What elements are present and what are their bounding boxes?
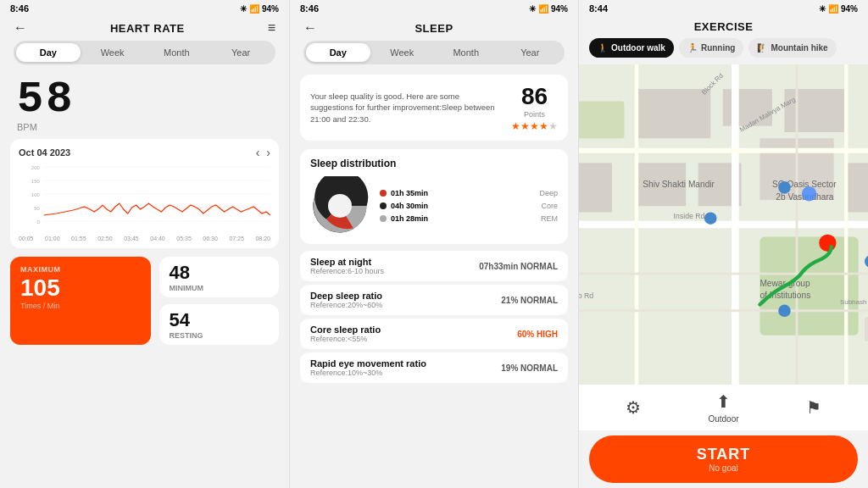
deep-dot: [380, 190, 387, 197]
battery-3: 94%: [841, 4, 858, 14]
svg-point-11: [328, 194, 352, 218]
signal-icon: 📶: [249, 4, 259, 14]
stats-row: MAXIMUM 105 Times / Min 48 MINIMUM 54 RE…: [0, 252, 289, 350]
rest-value: 54: [170, 309, 270, 331]
battery-1: 94%: [262, 4, 279, 14]
start-button[interactable]: START No goal: [589, 435, 858, 483]
sleep-pie-chart: [310, 176, 370, 236]
sleep-legend: 01h 35min Deep 04h 30min Core 01h 28min …: [380, 189, 558, 223]
period-tabs-2: Day Week Month Year: [303, 41, 565, 64]
settings-button[interactable]: ⚙: [626, 397, 641, 418]
chart-prev[interactable]: ‹: [256, 146, 260, 159]
svg-text:Sector 2b Rd: Sector 2b Rd: [579, 291, 593, 300]
flag-button[interactable]: ⚑: [806, 397, 821, 418]
min-value: 48: [170, 262, 270, 284]
period-tabs-1: Day Week Month Year: [14, 41, 275, 64]
sleep-quality-text: Your sleep quality is good. Here are som…: [310, 91, 501, 125]
sleep-dist-content: 01h 35min Deep 04h 30min Core 01h 28min …: [310, 176, 558, 236]
outdoor-button[interactable]: ⬆ Outdoor: [708, 391, 738, 424]
walk-icon: 🚶: [598, 43, 608, 53]
start-label: START: [599, 446, 848, 463]
svg-point-43: [802, 186, 816, 201]
svg-text:Shiv Shakti Mandir: Shiv Shakti Mandir: [643, 180, 715, 189]
tab-month-1[interactable]: Month: [145, 43, 209, 62]
tab-mountain-hike[interactable]: 🧗 Mountain hike: [748, 38, 836, 58]
svg-rect-14: [579, 102, 624, 139]
sleep-at-night-row: Sleep at night Reference:6-10 hours 07h3…: [300, 251, 568, 281]
bluetooth-icon-3: ✳: [819, 4, 826, 14]
svg-rect-18: [579, 163, 612, 212]
rem-ratio-row: Rapid eye movement ratio Reference:10%~3…: [300, 352, 568, 383]
svg-text:100: 100: [31, 192, 41, 197]
back-button-2[interactable]: ←: [303, 20, 317, 36]
sleep-panel: 8:46 ✳ 📶 94% ← SLEEP Day Week Month Year…: [289, 0, 578, 488]
time-3: 8:44: [589, 3, 608, 14]
hike-icon: 🧗: [757, 43, 767, 53]
page-title-3: EXERCISE: [694, 20, 754, 33]
bottom-actions: ⚙ ⬆ Outdoor ⚑: [579, 385, 868, 430]
sleep-stars: ★★★★★: [511, 120, 558, 132]
deep-sleep-ratio-row: Deep sleep ratio Reference:20%~60% 21% N…: [300, 285, 568, 315]
svg-text:150: 150: [31, 179, 41, 184]
core-dot: [380, 202, 387, 209]
svg-rect-22: [846, 163, 868, 212]
legend-core: 04h 30min Core: [380, 202, 558, 210]
rem-dot: [380, 215, 387, 222]
status-bar-2: 8:46 ✳ 📶 94%: [290, 0, 578, 17]
svg-rect-17: [784, 89, 846, 132]
tab-running[interactable]: 🏃 Running: [679, 38, 744, 58]
page-title-2: SLEEP: [415, 22, 453, 35]
status-bar-1: 8:46 ✳ 📶 94%: [0, 0, 289, 17]
page-title-1: HEART RATE: [110, 22, 185, 35]
time-1: 8:46: [10, 3, 29, 14]
sleep-quality-card: Your sleep quality is good. Here are som…: [300, 75, 568, 141]
battery-2: 94%: [551, 4, 568, 14]
map-container[interactable]: SG Oasis Sector 2b Vasundhara Mewar grou…: [579, 64, 868, 385]
tab-month-2[interactable]: Month: [434, 43, 498, 62]
max-unit: Times / Min: [20, 302, 141, 310]
chart-next[interactable]: ›: [266, 146, 270, 159]
top-nav-1: ← HEART RATE ≡: [0, 17, 289, 41]
chart-header: Oct 04 2023 ‹ ›: [19, 146, 270, 159]
exercise-tabs: 🚶 Outdoor walk 🏃 Running 🧗 Mountain hike: [579, 38, 868, 64]
status-icons-3: ✳ 📶 94%: [819, 4, 858, 14]
max-value: 105: [20, 275, 141, 302]
svg-text:50: 50: [34, 206, 40, 211]
outdoor-icon: ⬆: [716, 391, 731, 412]
settings-icon: ⚙: [626, 397, 641, 418]
bpm-label: BPM: [17, 122, 37, 132]
svg-text:0: 0: [36, 219, 40, 225]
run-icon: 🏃: [687, 43, 698, 53]
tab-year-2[interactable]: Year: [498, 43, 563, 62]
tab-day-2[interactable]: Day: [306, 43, 370, 62]
svg-point-41: [778, 305, 791, 318]
chart-date: Oct 04 2023: [19, 147, 70, 158]
min-stat-card: 48 MINIMUM: [159, 257, 280, 297]
svg-point-42: [819, 235, 836, 252]
svg-text:Subhash Park Rd: Subhash Park Rd: [840, 299, 868, 307]
rest-stat-card: 54 RESTING: [159, 304, 280, 345]
heart-rate-panel: 8:46 ✳ 📶 94% ← HEART RATE ≡ Day Week Mon…: [0, 0, 289, 488]
tab-week-1[interactable]: Week: [81, 43, 145, 62]
top-nav-3: EXERCISE: [579, 17, 868, 38]
legend-deep: 01h 35min Deep: [380, 189, 558, 197]
score-number: 86: [511, 83, 558, 110]
tab-week-2[interactable]: Week: [370, 43, 435, 62]
status-icons-2: ✳ 📶 94%: [529, 4, 568, 14]
menu-button-1[interactable]: ≡: [268, 20, 275, 36]
svg-rect-15: [637, 89, 710, 138]
chart-x-labels: 00:05 01:00 01:55 02:50 03:45 04:40 05:3…: [19, 236, 270, 241]
flag-icon: ⚑: [806, 397, 821, 418]
sleep-dist-title: Sleep distribution: [310, 158, 558, 169]
tab-day-1[interactable]: Day: [16, 43, 81, 62]
bluetooth-icon: ✳: [240, 4, 247, 14]
score-label: Points: [511, 110, 558, 119]
tab-outdoor-walk[interactable]: 🚶 Outdoor walk: [589, 38, 674, 58]
status-icons-1: ✳ 📶 94%: [240, 4, 279, 14]
back-button-1[interactable]: ←: [14, 20, 27, 36]
exercise-panel: 8:44 ✳ 📶 94% EXERCISE 🚶 Outdoor walk 🏃 R…: [578, 0, 868, 488]
status-bar-3: 8:44 ✳ 📶 94%: [579, 0, 868, 17]
sleep-score: 86 Points ★★★★★: [511, 83, 558, 132]
tab-year-1[interactable]: Year: [209, 43, 273, 62]
heart-rate-chart: 200 150 100 50 0: [19, 163, 270, 230]
